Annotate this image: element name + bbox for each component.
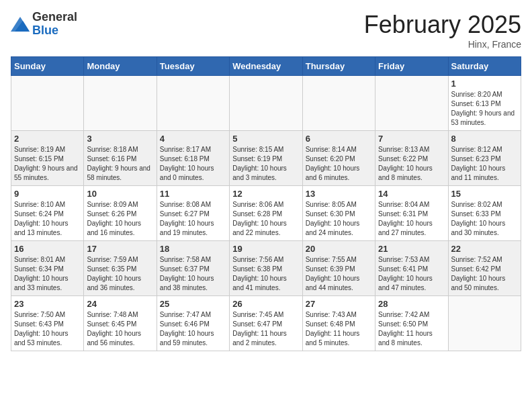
calendar-week-row-3: 16Sunrise: 8:01 AM Sunset: 6:34 PM Dayli… xyxy=(11,241,521,296)
day-number: 25 xyxy=(160,299,226,309)
header-monday: Monday xyxy=(84,57,157,76)
day-number: 19 xyxy=(232,244,299,254)
header-thursday: Thursday xyxy=(302,57,375,76)
calendar-cell: 9Sunrise: 8:10 AM Sunset: 6:24 PM Daylig… xyxy=(11,186,84,241)
calendar-cell xyxy=(157,76,229,131)
logo-blue-text: Blue xyxy=(32,24,77,38)
logo-general-text: General xyxy=(32,11,77,24)
day-number: 20 xyxy=(306,244,372,254)
day-number: 2 xyxy=(14,134,81,144)
day-number: 16 xyxy=(14,244,81,254)
day-number: 10 xyxy=(87,189,153,199)
day-info: Sunrise: 7:55 AM Sunset: 6:39 PM Dayligh… xyxy=(306,255,372,293)
title-block: February 2025 Hinx, France xyxy=(364,11,521,50)
logo: General Blue xyxy=(11,11,77,38)
calendar-cell: 21Sunrise: 7:53 AM Sunset: 6:41 PM Dayli… xyxy=(375,241,448,296)
calendar-cell: 28Sunrise: 7:42 AM Sunset: 6:50 PM Dayli… xyxy=(375,296,448,351)
calendar-subtitle: Hinx, France xyxy=(364,39,521,50)
calendar-week-row-2: 9Sunrise: 8:10 AM Sunset: 6:24 PM Daylig… xyxy=(11,186,521,241)
calendar-cell: 23Sunrise: 7:50 AM Sunset: 6:43 PM Dayli… xyxy=(11,296,84,351)
day-number: 26 xyxy=(232,299,299,309)
day-number: 28 xyxy=(378,299,445,309)
day-info: Sunrise: 8:05 AM Sunset: 6:30 PM Dayligh… xyxy=(306,200,372,238)
calendar-title: February 2025 xyxy=(364,11,521,39)
day-number: 8 xyxy=(451,134,518,144)
day-info: Sunrise: 7:56 AM Sunset: 6:38 PM Dayligh… xyxy=(232,255,299,293)
day-number: 15 xyxy=(451,189,518,199)
calendar-cell: 7Sunrise: 8:13 AM Sunset: 6:22 PM Daylig… xyxy=(375,131,448,186)
day-info: Sunrise: 7:52 AM Sunset: 6:42 PM Dayligh… xyxy=(451,255,518,293)
header-wednesday: Wednesday xyxy=(230,57,302,76)
day-info: Sunrise: 8:06 AM Sunset: 6:28 PM Dayligh… xyxy=(232,200,299,238)
day-number: 24 xyxy=(87,299,153,309)
calendar-table: Sunday Monday Tuesday Wednesday Thursday… xyxy=(11,56,521,351)
day-info: Sunrise: 8:18 AM Sunset: 6:16 PM Dayligh… xyxy=(87,145,153,183)
calendar-week-row-1: 2Sunrise: 8:19 AM Sunset: 6:15 PM Daylig… xyxy=(11,131,521,186)
calendar-cell: 20Sunrise: 7:55 AM Sunset: 6:39 PM Dayli… xyxy=(302,241,375,296)
calendar-week-row-4: 23Sunrise: 7:50 AM Sunset: 6:43 PM Dayli… xyxy=(11,296,521,351)
calendar-cell: 3Sunrise: 8:18 AM Sunset: 6:16 PM Daylig… xyxy=(84,131,157,186)
day-number: 13 xyxy=(306,189,372,199)
day-number: 22 xyxy=(451,244,518,254)
day-info: Sunrise: 8:19 AM Sunset: 6:15 PM Dayligh… xyxy=(14,145,81,183)
calendar-cell: 6Sunrise: 8:14 AM Sunset: 6:20 PM Daylig… xyxy=(302,131,375,186)
day-info: Sunrise: 8:09 AM Sunset: 6:26 PM Dayligh… xyxy=(87,200,153,238)
calendar-cell: 13Sunrise: 8:05 AM Sunset: 6:30 PM Dayli… xyxy=(302,186,375,241)
day-info: Sunrise: 8:12 AM Sunset: 6:23 PM Dayligh… xyxy=(451,145,518,183)
calendar-cell xyxy=(84,76,157,131)
day-number: 17 xyxy=(87,244,153,254)
day-info: Sunrise: 8:17 AM Sunset: 6:18 PM Dayligh… xyxy=(160,145,226,183)
day-number: 11 xyxy=(160,189,226,199)
logo-icon xyxy=(11,17,30,32)
day-number: 12 xyxy=(232,189,299,199)
day-number: 1 xyxy=(451,79,518,89)
calendar-cell xyxy=(448,296,521,351)
calendar-cell: 19Sunrise: 7:56 AM Sunset: 6:38 PM Dayli… xyxy=(230,241,302,296)
day-number: 7 xyxy=(378,134,445,144)
day-info: Sunrise: 7:47 AM Sunset: 6:46 PM Dayligh… xyxy=(160,310,226,348)
day-number: 3 xyxy=(87,134,153,144)
calendar-cell: 5Sunrise: 8:15 AM Sunset: 6:19 PM Daylig… xyxy=(230,131,302,186)
day-info: Sunrise: 8:10 AM Sunset: 6:24 PM Dayligh… xyxy=(14,200,81,238)
calendar-cell: 17Sunrise: 7:59 AM Sunset: 6:35 PM Dayli… xyxy=(84,241,157,296)
weekday-header-row: Sunday Monday Tuesday Wednesday Thursday… xyxy=(11,57,521,76)
calendar-cell: 1Sunrise: 8:20 AM Sunset: 6:13 PM Daylig… xyxy=(448,76,521,131)
day-info: Sunrise: 7:58 AM Sunset: 6:37 PM Dayligh… xyxy=(160,255,226,293)
day-number: 5 xyxy=(232,134,299,144)
day-number: 9 xyxy=(14,189,81,199)
day-info: Sunrise: 7:59 AM Sunset: 6:35 PM Dayligh… xyxy=(87,255,153,293)
day-number: 14 xyxy=(378,189,445,199)
day-info: Sunrise: 8:15 AM Sunset: 6:19 PM Dayligh… xyxy=(232,145,299,183)
logo-text: General Blue xyxy=(32,11,77,38)
calendar-cell: 16Sunrise: 8:01 AM Sunset: 6:34 PM Dayli… xyxy=(11,241,84,296)
day-info: Sunrise: 7:42 AM Sunset: 6:50 PM Dayligh… xyxy=(378,310,445,348)
day-number: 27 xyxy=(306,299,372,309)
day-info: Sunrise: 8:04 AM Sunset: 6:31 PM Dayligh… xyxy=(378,200,445,238)
header-friday: Friday xyxy=(375,57,448,76)
calendar-cell xyxy=(11,76,84,131)
day-info: Sunrise: 7:50 AM Sunset: 6:43 PM Dayligh… xyxy=(14,310,81,348)
calendar-week-row-0: 1Sunrise: 8:20 AM Sunset: 6:13 PM Daylig… xyxy=(11,76,521,131)
calendar-cell: 8Sunrise: 8:12 AM Sunset: 6:23 PM Daylig… xyxy=(448,131,521,186)
calendar-cell: 18Sunrise: 7:58 AM Sunset: 6:37 PM Dayli… xyxy=(157,241,229,296)
calendar-cell: 27Sunrise: 7:43 AM Sunset: 6:48 PM Dayli… xyxy=(302,296,375,351)
calendar-cell: 14Sunrise: 8:04 AM Sunset: 6:31 PM Dayli… xyxy=(375,186,448,241)
calendar-cell: 10Sunrise: 8:09 AM Sunset: 6:26 PM Dayli… xyxy=(84,186,157,241)
calendar-cell: 4Sunrise: 8:17 AM Sunset: 6:18 PM Daylig… xyxy=(157,131,229,186)
calendar-cell xyxy=(375,76,448,131)
day-info: Sunrise: 7:45 AM Sunset: 6:47 PM Dayligh… xyxy=(232,310,299,348)
calendar-cell: 26Sunrise: 7:45 AM Sunset: 6:47 PM Dayli… xyxy=(230,296,302,351)
calendar-cell xyxy=(302,76,375,131)
day-info: Sunrise: 7:53 AM Sunset: 6:41 PM Dayligh… xyxy=(378,255,445,293)
day-info: Sunrise: 8:02 AM Sunset: 6:33 PM Dayligh… xyxy=(451,200,518,238)
day-number: 18 xyxy=(160,244,226,254)
day-info: Sunrise: 7:43 AM Sunset: 6:48 PM Dayligh… xyxy=(306,310,372,348)
day-number: 4 xyxy=(160,134,226,144)
page-header: General Blue February 2025 Hinx, France xyxy=(11,11,521,50)
header-sunday: Sunday xyxy=(11,57,84,76)
calendar-cell: 24Sunrise: 7:48 AM Sunset: 6:45 PM Dayli… xyxy=(84,296,157,351)
calendar-cell: 2Sunrise: 8:19 AM Sunset: 6:15 PM Daylig… xyxy=(11,131,84,186)
day-info: Sunrise: 8:13 AM Sunset: 6:22 PM Dayligh… xyxy=(378,145,445,183)
calendar-cell: 11Sunrise: 8:08 AM Sunset: 6:27 PM Dayli… xyxy=(157,186,229,241)
header-saturday: Saturday xyxy=(448,57,521,76)
